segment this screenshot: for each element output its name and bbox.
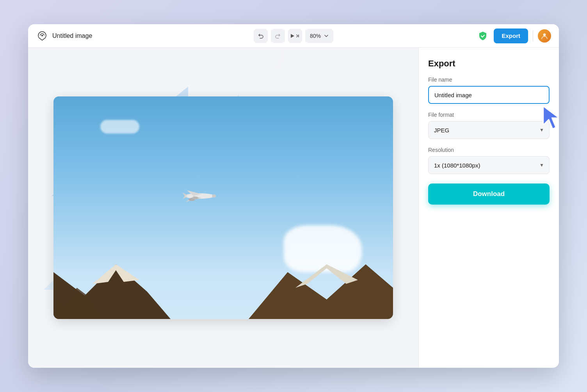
document-title: Untitled image [52,32,92,39]
app-logo-icon [36,30,48,42]
resolution-label: Resolution [428,147,550,153]
download-button[interactable]: Download [428,184,550,205]
file-format-label: File format [428,112,550,118]
airplane-image [182,185,217,208]
main-content: Export File name File format JPEG PNG SV… [28,48,559,368]
preview-button[interactable] [288,29,302,43]
export-panel: Export File name File format JPEG PNG SV… [418,48,559,368]
file-name-group: File name [428,77,550,104]
zoom-value: 80% [310,33,321,39]
file-format-select[interactable]: JPEG PNG SVG PDF WebP [428,121,550,139]
svg-point-3 [212,194,216,198]
canvas-area[interactable] [28,48,418,368]
topbar-center: 80% [254,29,333,43]
topbar-right: Export [477,29,551,43]
file-format-group: File format JPEG PNG SVG PDF WebP ▼ [428,112,550,139]
resolution-select[interactable]: 1x (1080*1080px) 2x (2160*2160px) 0.5x (… [428,156,550,174]
undo-button[interactable] [254,29,268,43]
resolution-group: Resolution 1x (1080*1080px) 2x (2160*216… [428,147,550,174]
redo-button[interactable] [271,29,285,43]
svg-point-5 [193,197,198,200]
export-button[interactable]: Export [494,29,528,43]
panel-title: Export [428,59,550,69]
resolution-wrapper: 1x (1080*1080px) 2x (2160*2160px) 0.5x (… [428,156,550,174]
file-format-wrapper: JPEG PNG SVG PDF WebP ▼ [428,121,550,139]
sky-scene [53,96,393,319]
image-canvas [53,96,393,319]
shield-icon [477,30,489,42]
cloud-small [100,120,139,134]
topbar-divider [533,30,533,41]
svg-point-1 [543,33,546,36]
zoom-selector[interactable]: 80% [305,29,333,43]
topbar: Untitled image [28,24,559,48]
svg-point-0 [41,35,43,36]
app-window: Untitled image [28,24,559,368]
user-avatar[interactable] [538,29,551,43]
file-name-label: File name [428,77,550,83]
file-name-input[interactable] [428,86,550,104]
